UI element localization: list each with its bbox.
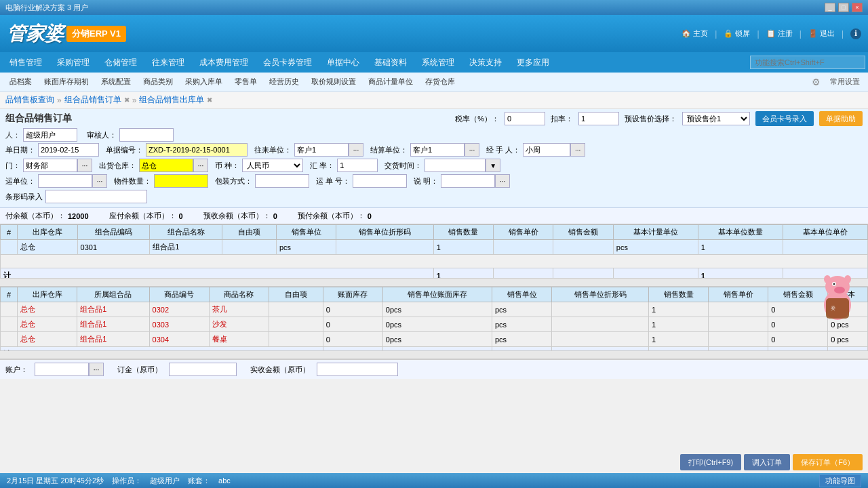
status-left: 2月15日 星期五 20时45分2秒 操作员： 超级用户 账套： abc bbox=[7, 476, 231, 486]
discount-input[interactable] bbox=[578, 112, 619, 125]
account-btn[interactable]: ··· bbox=[89, 363, 104, 376]
toolbar-purchase-stock[interactable]: 采购入库单 bbox=[180, 75, 228, 88]
breadcrumb-item-3[interactable]: 组合品销售出库单 bbox=[139, 94, 204, 106]
import-btn[interactable]: 调入订单 bbox=[744, 454, 790, 470]
toolbar-product-category[interactable]: 商品类别 bbox=[138, 75, 178, 88]
nav-relations[interactable]: 往来管理 bbox=[145, 54, 191, 71]
member-card-btn[interactable]: 会员卡号录入 bbox=[755, 111, 814, 126]
price-select[interactable]: 预设售价1 bbox=[682, 112, 750, 125]
to-unit-label: 往来单位： bbox=[254, 145, 292, 155]
nav-search-input[interactable] bbox=[750, 56, 865, 69]
warehouse-input[interactable] bbox=[139, 159, 193, 172]
nav-purchase[interactable]: 采购管理 bbox=[50, 54, 96, 71]
handler-input[interactable] bbox=[523, 143, 570, 157]
table-row-empty bbox=[1, 255, 868, 268]
col-warehouse: 出库仓库 bbox=[18, 225, 77, 240]
to-unit-input[interactable] bbox=[294, 143, 349, 157]
main-scrollbar[interactable] bbox=[0, 279, 868, 287]
mascot-image: 卖 bbox=[814, 261, 861, 322]
register-btn[interactable]: 📋 注册 bbox=[766, 28, 793, 39]
toolbar-history[interactable]: 经营历史 bbox=[264, 75, 304, 88]
trade-time-input[interactable] bbox=[425, 159, 486, 172]
item-count-input[interactable] bbox=[154, 174, 208, 188]
actual-input[interactable] bbox=[317, 363, 398, 376]
app-header: 管家婆 分销ERP V1 🏠 主页 | 🔒 锁屏 | 📋 注册 | 🚪 退出 |… bbox=[0, 15, 868, 52]
nav-basic[interactable]: 基础资料 bbox=[368, 54, 414, 71]
maximize-btn[interactable]: □ bbox=[838, 3, 849, 12]
toolbar-retail[interactable]: 零售单 bbox=[229, 75, 262, 88]
toolbar-warehouse[interactable]: 存货仓库 bbox=[420, 75, 460, 88]
ship-unit-btn[interactable]: ··· bbox=[92, 174, 107, 188]
handler-btn[interactable]: ··· bbox=[570, 143, 585, 157]
close-btn[interactable]: × bbox=[852, 3, 863, 12]
dept-label: 门： bbox=[5, 161, 20, 171]
trade-time-btn[interactable]: ▼ bbox=[486, 159, 500, 172]
toolbar-measure-unit[interactable]: 商品计量单位 bbox=[363, 75, 418, 88]
breadcrumb-item-2[interactable]: 组合品销售订单 bbox=[64, 94, 121, 106]
title-text: 电脑行业解决方案 3 用户 bbox=[5, 3, 88, 13]
info-btn[interactable]: ℹ bbox=[850, 28, 861, 39]
to-unit-btn[interactable]: ··· bbox=[349, 143, 363, 157]
pre-receive-label: 预收余额（本币）： bbox=[203, 211, 271, 221]
table-row: 总仓 0301 组合品1 pcs 1 pcs 1 bbox=[1, 240, 868, 255]
breadcrumb-close-2[interactable]: ✖ bbox=[124, 96, 130, 104]
account-label: 账户： bbox=[5, 365, 28, 375]
toolbar-account-stock[interactable]: 账面库存期初 bbox=[39, 75, 94, 88]
ship-no-input[interactable] bbox=[353, 174, 407, 188]
rate-input[interactable] bbox=[337, 159, 378, 172]
remark-btn[interactable]: ··· bbox=[495, 174, 510, 188]
function-map-btn[interactable]: 功能导图 bbox=[819, 474, 861, 487]
currency-select[interactable]: 人民币 bbox=[242, 159, 303, 172]
ship-unit-input[interactable] bbox=[38, 174, 92, 188]
nav-cost[interactable]: 成本费用管理 bbox=[193, 54, 255, 71]
settle-unit-input[interactable] bbox=[410, 143, 465, 157]
settle-unit-btn[interactable]: ··· bbox=[465, 143, 479, 157]
tax-rate-input[interactable] bbox=[505, 112, 545, 125]
minimize-btn[interactable]: _ bbox=[825, 3, 835, 12]
nav-docs[interactable]: 单据中心 bbox=[320, 54, 366, 71]
pack-method-input[interactable] bbox=[255, 174, 309, 188]
lock-btn[interactable]: 🔒 锁屏 bbox=[724, 28, 750, 39]
warehouse-btn[interactable]: ··· bbox=[193, 159, 208, 172]
account-input[interactable] bbox=[35, 363, 89, 376]
help-btn[interactable]: 单据助助 bbox=[819, 111, 863, 126]
nav-member[interactable]: 会员卡券管理 bbox=[256, 54, 319, 71]
payable-value: 12000 bbox=[68, 212, 89, 220]
save-btn[interactable]: 保存订单（F6） bbox=[793, 454, 863, 470]
breadcrumb-item-1[interactable]: 品销售板查询 bbox=[5, 94, 54, 106]
nav-more[interactable]: 更多应用 bbox=[510, 54, 556, 71]
person-input[interactable] bbox=[23, 128, 77, 142]
pre-pay-value: 0 bbox=[368, 212, 372, 220]
sub-unit-stock-3: 0pcs bbox=[382, 332, 492, 347]
doc-no-input[interactable] bbox=[146, 143, 248, 157]
nav-warehouse[interactable]: 仓储管理 bbox=[98, 54, 144, 71]
sub-name-3: 餐桌 bbox=[209, 332, 269, 347]
cell-amount bbox=[553, 240, 613, 255]
status-operator-label: 操作员： bbox=[112, 476, 142, 486]
barcode-input[interactable] bbox=[45, 190, 147, 203]
home-btn[interactable]: 🏠 主页 bbox=[682, 28, 708, 39]
sub-col-stock: 账面库存 bbox=[323, 287, 382, 302]
order-input[interactable] bbox=[169, 363, 237, 376]
print-btn[interactable]: 打印(Ctrl+F9) bbox=[680, 454, 741, 470]
date-input[interactable] bbox=[38, 143, 99, 157]
sub-col-free: 自由项 bbox=[269, 287, 323, 302]
cell-base-unit: pcs bbox=[613, 240, 698, 255]
nav-system[interactable]: 系统管理 bbox=[415, 54, 461, 71]
toolbar-product-archive[interactable]: 品档案 bbox=[4, 75, 37, 88]
remark-input[interactable] bbox=[441, 174, 495, 188]
item-count-label: 物件数量： bbox=[114, 176, 151, 186]
col-base-qty: 基本单位数量 bbox=[698, 225, 783, 240]
exit-btn[interactable]: 🚪 退出 bbox=[808, 28, 835, 39]
nav-sales[interactable]: 销售管理 bbox=[3, 54, 49, 71]
sub-scrollbar[interactable] bbox=[0, 351, 868, 359]
nav-decision[interactable]: 决策支持 bbox=[462, 54, 509, 71]
toolbar-sys-config[interactable]: 系统配置 bbox=[96, 75, 136, 88]
breadcrumb-close-3[interactable]: ✖ bbox=[207, 96, 212, 104]
settings-btn[interactable]: 常用设置 bbox=[826, 75, 864, 88]
dept-btn[interactable]: ··· bbox=[77, 159, 92, 172]
dept-input[interactable] bbox=[23, 159, 77, 172]
toolbar-price-rules[interactable]: 取价规则设置 bbox=[306, 75, 361, 88]
sub-col-unit-stock: 销售单位账面库存 bbox=[382, 287, 492, 302]
review-input[interactable] bbox=[119, 128, 174, 142]
